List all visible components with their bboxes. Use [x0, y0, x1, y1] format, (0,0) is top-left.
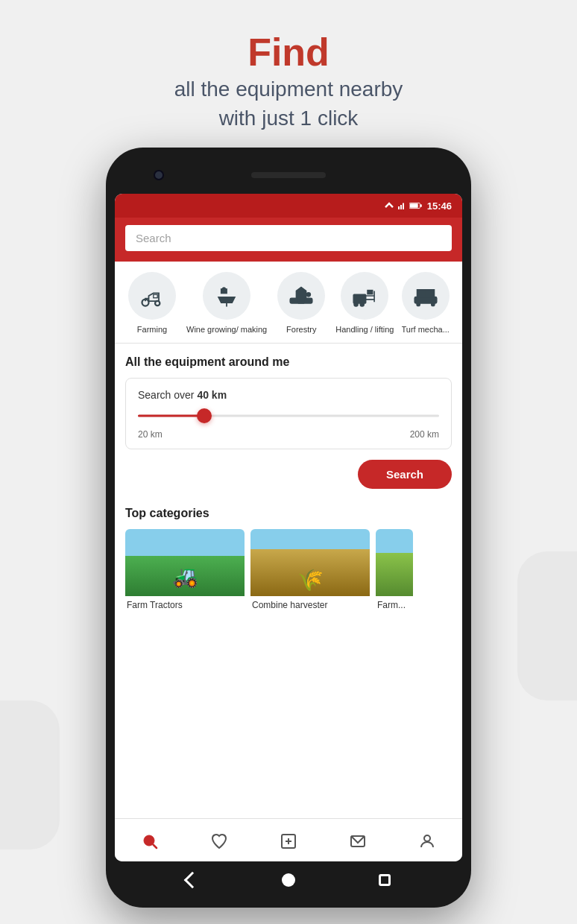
categories-scroll: Farming Wine growing/ making — [115, 272, 462, 335]
back-button[interactable] — [186, 874, 198, 886]
phone-shell: 15:46 Search — [106, 148, 471, 908]
svg-point-11 — [222, 288, 226, 291]
svg-point-15 — [306, 292, 312, 297]
equipment-section: All the equipment around me Search over … — [115, 344, 462, 496]
search-nav-icon — [141, 832, 159, 850]
home-button[interactable] — [282, 873, 295, 887]
post-nav-icon — [280, 832, 297, 850]
bg-shape-right — [517, 551, 577, 700]
category-item-farming[interactable]: Farming — [125, 272, 179, 335]
wine-label: Wine growing/ making — [186, 324, 267, 335]
recents-icon — [379, 874, 391, 886]
camera — [154, 170, 164, 180]
find-title: Find — [174, 30, 403, 75]
svg-point-21 — [361, 303, 365, 306]
heart-nav-icon — [210, 832, 228, 850]
forestry-icon-circle — [277, 272, 325, 320]
forestry-label: Forestry — [286, 324, 316, 335]
search-button[interactable]: Search — [358, 460, 452, 489]
category-item-turf[interactable]: Turf mecha... — [402, 272, 450, 335]
turf-label: Turf mecha... — [402, 324, 450, 335]
speaker — [251, 172, 326, 178]
category-item-forestry[interactable]: Forestry — [274, 272, 328, 335]
farm-tractors-image — [125, 529, 245, 596]
nav-messages[interactable] — [343, 826, 373, 856]
recents-button[interactable] — [379, 874, 391, 886]
phone-bottom-nav — [115, 861, 462, 899]
turf-icon — [412, 282, 439, 309]
svg-rect-2 — [400, 205, 402, 209]
range-label: Search over 40 km — [138, 389, 439, 401]
bottom-nav — [115, 818, 462, 861]
svg-line-28 — [153, 844, 157, 848]
categories-section: Farming Wine growing/ making — [115, 262, 462, 343]
farm3-image — [376, 529, 413, 596]
phone-top — [115, 156, 462, 194]
combine-harvester-img — [250, 529, 370, 596]
cat-card-farm-tractors[interactable]: Farm Tractors — [125, 529, 245, 614]
status-time: 15:46 — [427, 200, 452, 212]
wine-icon — [213, 282, 240, 309]
bg-shape-left — [0, 700, 60, 849]
battery-icon — [409, 200, 423, 211]
subtitle: all the equipment nearby with just 1 cli… — [174, 75, 403, 133]
combine-harvester-label: Combine harvester — [250, 596, 370, 614]
wifi-icon — [384, 200, 394, 211]
nav-profile[interactable] — [412, 826, 442, 856]
nav-post[interactable] — [274, 826, 303, 856]
range-card: Search over 40 km 20 km 200 km — [125, 378, 452, 449]
page-header: Find all the equipment nearby with just … — [174, 30, 403, 133]
app-header: Search — [115, 218, 462, 262]
range-limits: 20 km 200 km — [138, 429, 439, 440]
slider-fill — [138, 414, 204, 417]
farm-tractors-label: Farm Tractors — [125, 596, 245, 614]
svg-rect-23 — [414, 297, 436, 303]
category-cards: Farm Tractors Combine harvester Farm... — [125, 529, 452, 614]
svg-point-20 — [354, 303, 358, 306]
turf-icon-circle — [402, 272, 450, 320]
svg-rect-16 — [354, 295, 366, 303]
forestry-icon — [288, 282, 315, 309]
search-button-row: Search — [125, 460, 452, 489]
equipment-section-title: All the equipment around me — [125, 355, 452, 369]
farm3-label: Farm... — [376, 596, 413, 614]
svg-point-33 — [424, 835, 430, 841]
range-value: 40 km — [197, 389, 227, 401]
search-bar[interactable]: Search — [125, 225, 452, 251]
slider-thumb[interactable] — [197, 408, 212, 423]
nav-favorites[interactable] — [204, 826, 234, 856]
back-icon — [184, 872, 201, 889]
svg-rect-1 — [398, 206, 400, 209]
farm-tractors-img — [125, 529, 245, 596]
svg-rect-14 — [299, 299, 304, 304]
svg-rect-6 — [420, 205, 422, 208]
nav-search[interactable] — [135, 826, 165, 856]
top-categories-title: Top categories — [125, 507, 452, 520]
top-categories-section: Top categories Farm Tractors Combine har… — [115, 496, 462, 819]
status-icons — [384, 200, 423, 211]
handling-icon-circle — [341, 272, 388, 320]
messages-nav-icon — [349, 832, 367, 850]
farming-icon-circle — [128, 272, 176, 320]
farm3-img — [376, 529, 413, 596]
cat-card-combine-harvester[interactable]: Combine harvester — [250, 529, 370, 614]
signal-icon — [397, 200, 406, 211]
farming-icon — [139, 282, 165, 309]
wine-icon-circle — [203, 272, 250, 320]
svg-marker-0 — [385, 203, 394, 209]
home-icon — [282, 873, 295, 887]
handling-label: Handling / lifting — [335, 324, 394, 335]
farming-label: Farming — [137, 324, 167, 335]
svg-rect-22 — [368, 290, 373, 295]
svg-rect-9 — [154, 295, 157, 299]
category-item-wine[interactable]: Wine growing/ making — [186, 272, 267, 335]
category-item-handling[interactable]: Handling / lifting — [335, 272, 394, 335]
phone-screen: 15:46 Search — [115, 194, 462, 861]
range-min: 20 km — [138, 429, 163, 440]
svg-rect-3 — [403, 203, 404, 210]
range-slider[interactable] — [138, 408, 439, 423]
handling-icon — [351, 282, 378, 309]
combine-harvester-image — [250, 529, 370, 596]
cat-card-farm3[interactable]: Farm... — [376, 529, 413, 614]
profile-nav-icon — [418, 832, 436, 850]
